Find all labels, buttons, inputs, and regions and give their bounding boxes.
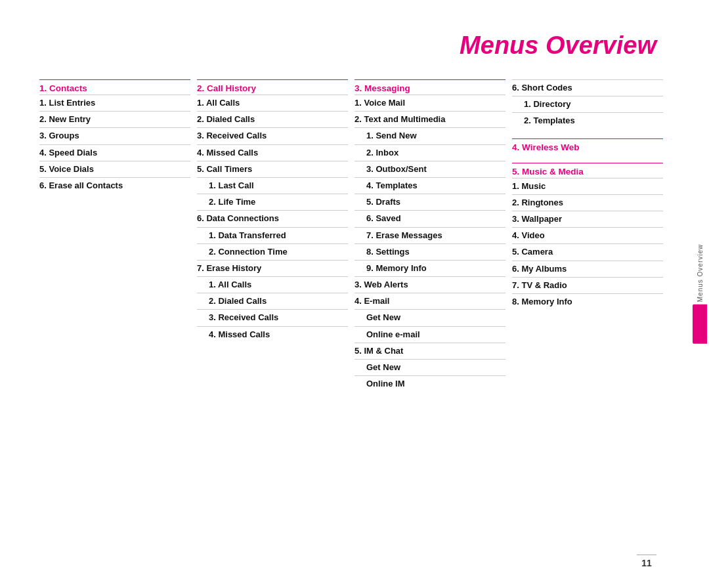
list-item: 3. Groups [39,127,190,144]
list-item: 3. Received Calls [197,309,348,326]
list-item: 3. Received Calls [197,127,348,144]
content-area: 1. Contacts 1. List Entries 2. New Entry… [0,79,709,392]
list-item: 2. New Entry [39,111,190,127]
list-item: 3. Outbox/Sent [354,161,505,177]
page-title: Menus Overview [0,0,709,79]
column-misc: 6. Short Codes 1. Directory 2. Templates… [512,79,670,392]
list-item: 1. Last Call [197,177,348,194]
wireless-web-header: 4. Wireless Web [512,138,663,152]
list-item: 5. IM & Chat [354,343,505,359]
list-item: 4. Speed Dials [39,144,190,161]
gap [512,129,663,138]
gap [512,154,663,163]
list-item: 6. Erase all Contacts [39,177,190,194]
list-item: 5. Camera [512,243,663,260]
list-item: 2. Dialed Calls [197,111,348,127]
list-item: 4. Missed Calls [197,326,348,343]
list-item: 6. Saved [354,210,505,226]
list-item: 4. Video [512,227,663,243]
column-contacts: 1. Contacts 1. List Entries 2. New Entry… [39,79,197,392]
side-tab-label: Menus Overview [697,244,704,302]
list-item: Online e-mail [354,326,505,343]
list-item: 9. Memory Info [354,260,505,276]
list-item: 4. Missed Calls [197,144,348,161]
list-item: 1. All Calls [197,276,348,293]
side-tab-bar [693,304,707,344]
list-item: 2. Templates [512,112,663,129]
list-item: Get New [354,309,505,326]
col2-header: 2. Call History [197,79,348,93]
list-item: 2. Ringtones [512,194,663,211]
list-item: 2. Text and Multimedia [354,111,505,127]
list-item: 1. Data Transferred [197,227,348,243]
list-item: Online IM [354,375,505,392]
col4-items: 1. Music 2. Ringtones 3. Wallpaper 4. Vi… [512,178,663,310]
col3-items: 1. Voice Mail 2. Text and Multimedia 1. … [354,94,505,392]
list-item: 3. Web Alerts [354,276,505,293]
col1-items: 1. List Entries 2. New Entry 3. Groups 4… [39,94,190,194]
list-item: 7. Erase Messages [354,227,505,243]
list-item: 6. Short Codes [512,80,663,96]
list-item: 4. Templates [354,177,505,194]
col1-header: 1. Contacts [39,79,190,93]
list-item: 1. Music [512,178,663,194]
list-item: 7. Erase History [197,260,348,276]
list-item: 2. Connection Time [197,243,348,260]
list-item: 5. Call Timers [197,161,348,177]
list-item: 8. Settings [354,243,505,260]
list-item: 6. My Albums [512,261,663,277]
list-item: 8. Memory Info [512,293,663,310]
list-item: 3. Wallpaper [512,211,663,227]
list-item: 7. TV & Radio [512,277,663,293]
list-item: 1. All Calls [197,94,348,111]
short-codes-section: 6. Short Codes 1. Directory 2. Templates [512,79,663,129]
col2-items: 1. All Calls 2. Dialed Calls 3. Received… [197,94,348,343]
list-item: 1. Send New [354,127,505,144]
list-item: 2. Life Time [197,194,348,210]
col3-header: 3. Messaging [354,79,505,93]
column-messaging: 3. Messaging 1. Voice Mail 2. Text and M… [354,79,512,392]
list-item: 6. Data Connections [197,210,348,226]
column-call-history: 2. Call History 1. All Calls 2. Dialed C… [197,79,354,392]
list-item: 1. Directory [512,96,663,112]
list-item: Get New [354,359,505,375]
list-item: 1. Voice Mail [354,94,505,111]
music-media-header: 5. Music & Media [512,163,663,177]
page-number: 11 [637,555,656,568]
list-item: 1. List Entries [39,94,190,111]
list-item: 2. Dialed Calls [197,293,348,309]
list-item: 5. Drafts [354,194,505,210]
list-item: 2. Inbox [354,144,505,161]
side-tab: Menus Overview [691,244,709,344]
list-item: 4. E-mail [354,293,505,309]
list-item: 5. Voice Dials [39,161,190,177]
